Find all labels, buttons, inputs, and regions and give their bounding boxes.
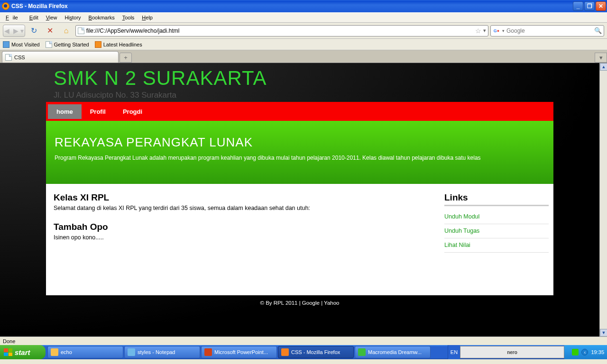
- language-indicator[interactable]: EN: [448, 345, 460, 359]
- task-buttons: echostyles - NotepadMicrosoft PowerPoint…: [46, 345, 448, 359]
- window-title: CSS - Mozilla Firefox: [11, 3, 573, 9]
- banner-text: Program Rekayasa Perangkat Lunak adalah …: [55, 155, 545, 161]
- bookmark-icon: [3, 41, 9, 48]
- menu-bookmarks[interactable]: Bookmarks: [85, 14, 119, 21]
- tab-label: CSS: [14, 55, 25, 60]
- status-bar: Done: [0, 337, 607, 345]
- maximize-button[interactable]: ❐: [584, 1, 595, 11]
- firefox-icon: [2, 2, 9, 10]
- new-tab-button[interactable]: +: [120, 53, 132, 63]
- main-content: Kelas XI RPL Selamat datang di kelas XI …: [46, 192, 444, 253]
- menu-view[interactable]: View: [42, 14, 61, 21]
- article-body: Isinen opo kono.....: [54, 234, 437, 241]
- app-icon: [204, 348, 212, 356]
- bookmarks-toolbar: Most Visited Getting Started Latest Head…: [0, 39, 607, 50]
- tab-css[interactable]: CSS: [2, 51, 119, 63]
- app-icon: [281, 348, 289, 356]
- home-button[interactable]: ⌂: [59, 25, 74, 37]
- bookmark-star-icon[interactable]: ☆: [475, 27, 481, 35]
- clock[interactable]: 19:35: [591, 349, 604, 355]
- scroll-up-icon[interactable]: ▲: [600, 63, 607, 71]
- nav-progdi[interactable]: Progdi: [114, 104, 151, 119]
- menu-help[interactable]: Help: [138, 14, 156, 21]
- menu-bar: File Edit View History Bookmarks Tools H…: [0, 12, 607, 23]
- taskbar-item-label: CSS - Mozilla Firefox: [291, 349, 340, 355]
- banner: REKAYASA PERANGKAT LUNAK Program Rekayas…: [46, 121, 553, 184]
- scroll-down-icon[interactable]: ▼: [600, 329, 607, 337]
- taskbar-item-label: Microsoft PowerPoint...: [214, 349, 268, 355]
- bookmark-getting-started[interactable]: Getting Started: [46, 41, 89, 48]
- url-dropdown-icon[interactable]: ▾: [483, 27, 486, 34]
- tray-icon[interactable]: [572, 349, 579, 355]
- taskbar: start echostyles - NotepadMicrosoft Powe…: [0, 345, 607, 359]
- webpage: SMK N 2 SURAKARTA Jl. LU Adisucipto No. …: [0, 63, 599, 337]
- menu-tools[interactable]: Tools: [119, 14, 138, 21]
- url-text: file:///C:/AppServ/www/echo/jadi.html: [86, 27, 473, 34]
- link-unduh-modul[interactable]: Unduh Modul: [444, 210, 549, 224]
- page-icon: [5, 54, 12, 61]
- page-icon: [46, 41, 52, 48]
- search-input[interactable]: [506, 27, 592, 34]
- back-button[interactable]: ◀ ▶ ▾: [3, 25, 25, 37]
- sidebar: Links Unduh Modul Unduh Tugas Lihat Nila…: [444, 192, 553, 253]
- taskbar-item[interactable]: Macromedia Dreamw...: [355, 346, 431, 358]
- taskbar-item[interactable]: styles - Notepad: [124, 346, 200, 358]
- minimize-button[interactable]: _: [573, 1, 583, 11]
- taskbar-item-label: Macromedia Dreamw...: [368, 349, 422, 355]
- page-icon: [78, 27, 84, 34]
- article-title: Tambah Opo: [54, 222, 437, 232]
- search-go-icon[interactable]: 🔍: [594, 27, 602, 34]
- reload-button[interactable]: ↻: [27, 25, 41, 37]
- bookmark-latest-headlines[interactable]: Latest Headlines: [95, 41, 142, 48]
- site-title: SMK N 2 SURAKARTA: [54, 67, 546, 90]
- nav-profil[interactable]: Profil: [82, 104, 114, 119]
- tray-expand-icon[interactable]: ‹: [581, 349, 588, 355]
- close-button[interactable]: ✕: [596, 1, 606, 11]
- address-bar[interactable]: file:///C:/AppServ/www/echo/jadi.html ☆ …: [75, 25, 488, 36]
- link-lihat-nilai[interactable]: Lihat Nilai: [444, 238, 549, 253]
- search-dropdown-icon[interactable]: ▾: [502, 28, 505, 33]
- windows-logo-icon: [4, 348, 12, 356]
- tab-bar: CSS + ▾: [0, 50, 607, 63]
- bookmark-most-visited[interactable]: Most Visited: [3, 41, 40, 48]
- viewport: SMK N 2 SURAKARTA Jl. LU Adisucipto No. …: [0, 63, 607, 337]
- taskbar-item[interactable]: echo: [47, 346, 123, 358]
- status-text: Done: [3, 338, 15, 344]
- stop-button[interactable]: ✕: [43, 25, 57, 37]
- system-tray: ‹ 19:35: [564, 345, 607, 359]
- app-icon: [128, 348, 135, 356]
- rss-icon: [95, 41, 101, 48]
- google-icon: G●: [493, 27, 500, 35]
- menu-file[interactable]: File: [2, 14, 26, 21]
- nav-toolbar: ◀ ▶ ▾ ↻ ✕ ⌂ file:///C:/AppServ/www/echo/…: [0, 23, 607, 39]
- window-titlebar: CSS - Mozilla Firefox _ ❐ ✕: [0, 0, 607, 12]
- nero-tray[interactable]: nero: [460, 346, 564, 358]
- taskbar-item[interactable]: Microsoft PowerPoint...: [201, 346, 277, 358]
- app-icon: [358, 348, 366, 356]
- app-icon: [51, 348, 58, 356]
- site-footer: © By RPL 2011 | Google | Yahoo: [0, 295, 599, 310]
- site-nav: home Profil Progdi: [46, 102, 553, 121]
- scrollbar[interactable]: ▲ ▼: [599, 63, 607, 337]
- link-unduh-tugas[interactable]: Unduh Tugas: [444, 224, 549, 238]
- search-box[interactable]: G● ▾ 🔍: [490, 25, 604, 36]
- banner-title: REKAYASA PERANGKAT LUNAK: [55, 135, 545, 150]
- article-title: Kelas XI RPL: [54, 192, 437, 203]
- sidebar-title: Links: [444, 192, 549, 203]
- nav-home[interactable]: home: [48, 104, 82, 119]
- taskbar-item-label: styles - Notepad: [138, 349, 175, 355]
- taskbar-item[interactable]: CSS - Mozilla Firefox: [278, 346, 354, 358]
- start-button[interactable]: start: [0, 345, 46, 359]
- taskbar-item-label: echo: [61, 349, 72, 355]
- site-subtitle: Jl. LU Adisucipto No. 33 Surakarta: [54, 91, 546, 100]
- tab-list-button[interactable]: ▾: [595, 53, 607, 63]
- article-body: Selamat datang di kelas XI RPL yang terd…: [54, 205, 437, 211]
- divider: [444, 205, 549, 206]
- menu-edit[interactable]: Edit: [26, 14, 42, 21]
- menu-history[interactable]: History: [61, 14, 84, 21]
